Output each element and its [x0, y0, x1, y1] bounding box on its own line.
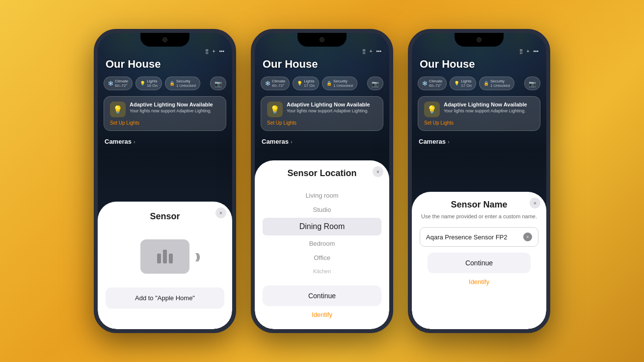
- climate-icon-1: ❄️: [108, 81, 113, 86]
- name-input-value-3[interactable]: Aqara Presence Sensor FP2: [426, 233, 519, 241]
- security-pill-2[interactable]: 🔒 Security 1 Unlocked: [322, 77, 357, 90]
- modal-title-1: Sensor: [106, 211, 224, 222]
- climate-icon-2: ❄️: [265, 81, 270, 86]
- name-title-3: Sensor Name: [420, 200, 538, 210]
- name-input-row-3[interactable]: Aqara Presence Sensor FP2 ×: [420, 227, 538, 247]
- notif-action-3[interactable]: Set Up Lights: [424, 120, 534, 126]
- security-value-2: 1 Unlocked: [333, 83, 353, 88]
- identify-link-2[interactable]: Identify: [255, 306, 389, 321]
- add-home-button-1[interactable]: Add to "Apple Home": [106, 287, 224, 309]
- notif-action-2[interactable]: Set Up Lights: [267, 120, 377, 126]
- location-item-bedroom[interactable]: Bedroom: [263, 236, 381, 251]
- camera-dot-2: [320, 37, 324, 42]
- location-modal-content-2: × Sensor Location Living room Studio Din…: [255, 160, 389, 329]
- security-icon-3: 🔒: [483, 81, 489, 86]
- camera-dot-1: [162, 37, 167, 42]
- phone-notch-2: [297, 33, 347, 47]
- pills-row-3: ❄️ Climate 60–72° 💡 Lights 17 On 🔒: [412, 75, 546, 92]
- sensor-modal-content-1: × Sensor Add to "Apple Home": [98, 202, 232, 329]
- wave-icon-2: ⣿: [362, 49, 366, 54]
- phone-screen-3: ⣿ + ••• Our House ❄️ Climate 60–72° 💡: [412, 33, 546, 329]
- notif-title-1: Adaptive Lighting Now Available: [130, 102, 220, 107]
- security-label-1: Security: [176, 79, 196, 83]
- cameras-section-2[interactable]: Cameras ›: [255, 135, 389, 148]
- notif-desc-1: Your lights now support Adaptive Lightin…: [130, 108, 220, 114]
- climate-text-1: Climate 60–72°: [115, 79, 128, 88]
- camera-pill-3[interactable]: 📷: [524, 77, 540, 90]
- security-pill-1[interactable]: 🔒 Security 1 Unlocked: [165, 77, 200, 90]
- phone-notch-3: [455, 33, 504, 47]
- phone-1: ⣿ + ••• Our House ❄️ Climate 60–72°: [94, 29, 236, 333]
- plus-icon-3[interactable]: +: [527, 49, 530, 54]
- wave-icon-1: ⣿: [205, 49, 209, 54]
- notif-action-1[interactable]: Set Up Lights: [110, 120, 220, 126]
- phone-header-3: Our House: [412, 56, 546, 75]
- cameras-label-2: Cameras: [262, 138, 289, 145]
- lights-text-3: Lights 17 On: [461, 79, 472, 88]
- modal-close-btn-3[interactable]: ×: [530, 198, 540, 208]
- lights-label-3: Lights: [461, 79, 472, 83]
- continue-button-3[interactable]: Continue: [428, 253, 531, 273]
- climate-label-1: Climate: [115, 79, 128, 83]
- phone-screen-2: ⣿ + ••• Our House ❄️ Climate 60–72° 💡: [255, 33, 389, 329]
- house-title-3: Our House: [420, 58, 475, 71]
- climate-value-2: 60–72°: [272, 83, 285, 88]
- climate-pill-1[interactable]: ❄️ Climate 60–72°: [104, 77, 133, 90]
- climate-value-3: 60–72°: [429, 83, 442, 88]
- notif-header-3: 💡 Adaptive Lighting Now Available Your l…: [424, 102, 534, 117]
- location-item-living[interactable]: Living room: [263, 188, 381, 203]
- cameras-chevron-3: ›: [448, 139, 450, 145]
- notif-title-3: Adaptive Lighting Now Available: [444, 102, 534, 107]
- sensor-icon-container-1: [106, 230, 224, 285]
- location-list-2: Living room Studio Dining Room Bedroom O…: [255, 186, 389, 280]
- modal-close-btn-1[interactable]: ×: [215, 207, 226, 218]
- modal-close-btn-2[interactable]: ×: [373, 166, 383, 177]
- lights-pill-1[interactable]: 💡 Lights 16 On: [135, 77, 162, 90]
- lights-label-1: Lights: [147, 79, 158, 83]
- sensor-device-1: [140, 239, 189, 274]
- lights-pill-3[interactable]: 💡 Lights 17 On: [450, 77, 476, 90]
- plus-icon-1[interactable]: +: [213, 49, 215, 54]
- cameras-label-3: Cameras: [419, 138, 446, 145]
- continue-button-2[interactable]: Continue: [263, 285, 381, 306]
- lights-value-2: 17 On: [304, 83, 315, 88]
- notif-title-2: Adaptive Lighting Now Available: [287, 102, 377, 107]
- phone-2: ⣿ + ••• Our House ❄️ Climate 60–72° 💡: [251, 29, 393, 333]
- location-item-dining[interactable]: Dining Room: [263, 218, 381, 235]
- notif-icon-1: 💡: [110, 102, 126, 117]
- lights-icon-1: 💡: [140, 81, 145, 86]
- dots-icon-3[interactable]: •••: [533, 49, 538, 54]
- name-input-clear-3[interactable]: ×: [523, 233, 532, 241]
- identify-link-3[interactable]: Identify: [420, 273, 538, 288]
- cameras-chevron-1: ›: [134, 139, 135, 145]
- cameras-chevron-2: ›: [291, 139, 293, 145]
- sensor-bar-3: [169, 254, 173, 263]
- climate-value-1: 60–72°: [115, 83, 128, 88]
- location-item-kitchen[interactable]: Kitchen: [263, 265, 381, 278]
- sensor-bar-1: [157, 254, 161, 263]
- camera-pill-1[interactable]: 📷: [210, 77, 226, 90]
- notif-desc-3: Your lights now support Adaptive Lightin…: [444, 108, 534, 114]
- lights-pill-2[interactable]: 💡 Lights 17 On: [293, 77, 319, 90]
- security-pill-3[interactable]: 🔒 Security 1 Unlocked: [479, 77, 514, 90]
- security-text-3: Security 1 Unlocked: [490, 79, 510, 88]
- security-text-2: Security 1 Unlocked: [333, 79, 353, 88]
- cameras-section-3[interactable]: Cameras ›: [412, 135, 546, 148]
- location-item-office[interactable]: Office: [263, 251, 381, 265]
- pills-row-1: ❄️ Climate 60–72° 💡 Lights 16 On 🔒: [98, 75, 232, 92]
- dots-icon-1[interactable]: •••: [219, 49, 224, 54]
- climate-pill-3[interactable]: ❄️ Climate 60–72°: [418, 77, 447, 90]
- cameras-section-1[interactable]: Cameras ›: [98, 135, 232, 148]
- lights-icon-3: 💡: [454, 81, 459, 86]
- climate-pill-2[interactable]: ❄️ Climate 60–72°: [261, 77, 290, 90]
- notif-text-2: Adaptive Lighting Now Available Your lig…: [287, 102, 377, 114]
- notif-text-1: Adaptive Lighting Now Available Your lig…: [130, 102, 220, 114]
- climate-text-2: Climate 60–72°: [272, 79, 285, 88]
- climate-label-2: Climate: [272, 79, 285, 83]
- climate-text-3: Climate 60–72°: [429, 79, 442, 88]
- dots-icon-2[interactable]: •••: [376, 49, 381, 54]
- camera-pill-2[interactable]: 📷: [367, 77, 383, 90]
- location-item-studio[interactable]: Studio: [263, 203, 381, 217]
- security-icon-1: 🔒: [169, 81, 175, 86]
- plus-icon-2[interactable]: +: [370, 49, 373, 54]
